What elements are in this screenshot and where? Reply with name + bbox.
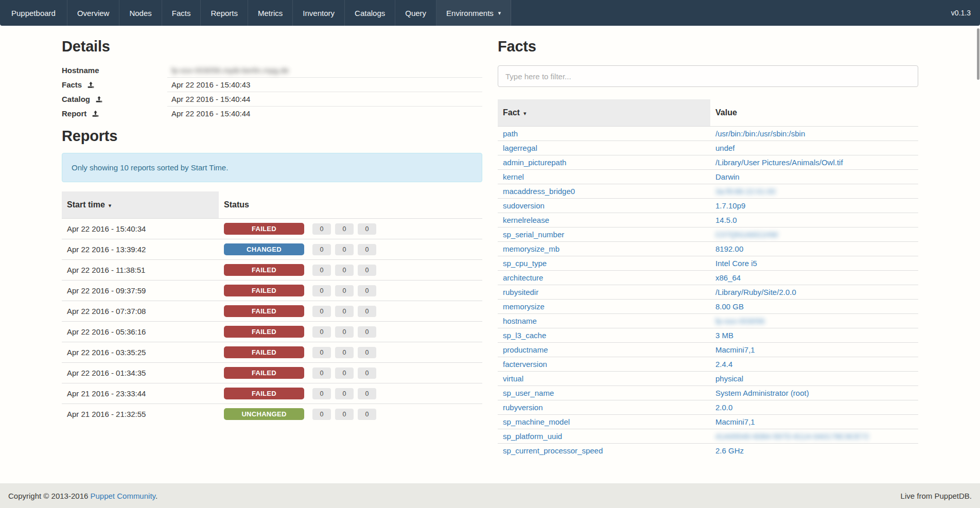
fact-name-link[interactable]: macaddress_bridge0	[503, 187, 575, 196]
fact-name-link[interactable]: sp_machine_model	[503, 417, 570, 426]
fact-name-link[interactable]: sudoversion	[503, 201, 545, 210]
fact-name-link[interactable]: sp_serial_number	[503, 230, 564, 239]
fact-name-link[interactable]: sp_cpu_type	[503, 259, 547, 268]
sort-caret-icon: ▾	[523, 110, 527, 116]
fact-row: sudoversion 1.7.10p9	[498, 199, 918, 213]
detail-row: Hostname fp-osx-003056.mpib-berlin.	[62, 63, 482, 77]
count-badge: 0	[312, 409, 331, 420]
navbar-item[interactable]: Reports	[201, 0, 248, 26]
puppetdb-status-text: Live from PuppetDB.	[901, 492, 972, 500]
fact-value-link[interactable]: /usr/bin:/bin:/usr/sbin:/sbin	[715, 129, 805, 138]
detail-label: Report	[62, 109, 86, 118]
report-row: Apr 21 2016 - 23:33:44 FAILED 000	[62, 383, 482, 404]
facts-sort-header-fact[interactable]: Fact▾	[498, 99, 710, 127]
fact-value-link[interactable]: Intel Core i5	[715, 259, 757, 268]
fact-name-link[interactable]: architecture	[503, 273, 543, 282]
fact-value-link[interactable]: 8192.00	[715, 244, 743, 253]
count-badge: 0	[358, 388, 376, 399]
fact-row: macaddress_bridge0 3a:f9:86:22:01:00	[498, 184, 918, 199]
fact-value-link[interactable]: Darwin	[715, 172, 740, 181]
fact-row: sp_current_processor_speed 2.6 GHz	[498, 444, 918, 458]
report-start-time: Apr 21 2016 - 21:32:55	[62, 404, 219, 425]
left-column: Details Hostname	[62, 31, 482, 458]
fact-name-link[interactable]: sp_current_processor_speed	[503, 446, 603, 455]
fact-value-link[interactable]: /Library/Ruby/Site/2.0.0	[715, 288, 796, 296]
upload-icon	[87, 81, 95, 89]
fact-name-link[interactable]: kernelrelease	[503, 216, 549, 224]
fact-name-link[interactable]: memorysize	[503, 302, 545, 311]
fact-name-link[interactable]: facterversion	[503, 360, 547, 369]
reports-sort-header-start-time[interactable]: Start time▾	[62, 191, 219, 219]
fact-name-link[interactable]: sp_user_name	[503, 389, 554, 397]
fact-name-link[interactable]: productname	[503, 345, 548, 354]
report-start-time: Apr 22 2016 - 01:34:35	[62, 363, 219, 383]
fact-value-link[interactable]: 1.7.10p9	[715, 201, 745, 210]
fact-value-link[interactable]: fp-osx-003056	[715, 317, 765, 325]
fact-value-link[interactable]: x86_64	[715, 273, 741, 282]
detail-row: Facts Apr 22 2016 - 15:40:43	[62, 77, 482, 92]
navbar-items: Puppetboard Overview Nodes Facts Reports…	[0, 0, 511, 26]
count-badge: 0	[358, 326, 376, 338]
version-label: v0.1.3	[942, 0, 980, 26]
chevron-down-icon: ▾	[498, 10, 501, 16]
fact-name-link[interactable]: virtual	[503, 374, 523, 383]
navbar-item[interactable]: Inventory	[293, 0, 345, 26]
facts-filter-input[interactable]	[498, 65, 918, 87]
fact-value-link[interactable]: 3 MB	[715, 331, 733, 340]
details-table: Hostname fp-osx-003056.mpib-berlin.	[62, 63, 482, 120]
fact-name-link[interactable]: kernel	[503, 172, 524, 181]
report-row: Apr 22 2016 - 15:40:34 FAILED 000	[62, 219, 482, 239]
fact-name-link[interactable]: memorysize_mb	[503, 244, 559, 253]
fact-value-link[interactable]: 2.6 GHz	[715, 446, 744, 455]
fact-name-link[interactable]: lagerregal	[503, 144, 537, 152]
fact-value-link[interactable]: 14.5.0	[715, 216, 737, 224]
navbar-item-environments[interactable]: Environments ▾	[436, 0, 511, 26]
fact-name-link[interactable]: hostname	[503, 317, 537, 325]
fact-value-link[interactable]: Macmini7,1	[715, 345, 755, 354]
detail-row: Report Apr 22 2016 - 15:40:44	[62, 106, 482, 120]
report-row: Apr 22 2016 - 13:39:42 CHANGED 000	[62, 239, 482, 260]
count-badge: 0	[335, 347, 354, 358]
navbar-item[interactable]: Nodes	[119, 0, 162, 26]
status-badge: FAILED	[224, 285, 304, 296]
fact-row: sp_platform_uuid 41A00040-6084-597D-8114…	[498, 429, 918, 444]
reports-header-status[interactable]: Status	[219, 191, 482, 219]
fact-value-link[interactable]: System Administrator (root)	[715, 389, 809, 397]
navbar-item[interactable]: Catalogs	[345, 0, 395, 26]
puppet-community-link[interactable]: Puppet Community	[91, 492, 155, 500]
navbar-brand[interactable]: Puppetboard	[0, 0, 67, 26]
fact-value-link[interactable]: physical	[715, 374, 743, 383]
fact-value-link[interactable]: Macmini7,1	[715, 417, 755, 426]
report-row: Apr 22 2016 - 05:36:16 FAILED 000	[62, 322, 482, 342]
facts-table: Fact▾ Value path /usr/bin:/bin:/usr/sbin…	[498, 99, 918, 458]
count-badge: 0	[358, 306, 376, 317]
scrollbar-thumb[interactable]	[977, 28, 979, 80]
fact-name-link[interactable]: sp_platform_uuid	[503, 432, 562, 441]
navbar-item[interactable]: Overview	[67, 0, 120, 26]
count-badge: 0	[358, 367, 376, 379]
fact-name-link[interactable]: path	[503, 129, 518, 138]
navbar-item[interactable]: Query	[395, 0, 436, 26]
detail-label: Catalog	[62, 95, 90, 103]
fact-value-link[interactable]: 3a:f9:86:22:01:00	[715, 187, 776, 196]
fact-value-link[interactable]: /Library/User Pictures/Animals/Owl.tif	[715, 158, 843, 167]
fact-value-link[interactable]: C07QN1A6G1HW	[715, 230, 778, 239]
count-badge: 0	[335, 306, 354, 317]
fact-value-link[interactable]: 8.00 GB	[715, 302, 744, 311]
fact-name-link[interactable]: admin_picturepath	[503, 158, 566, 167]
fact-name-link[interactable]: rubyversion	[503, 403, 543, 412]
scrollbar-track[interactable]	[977, 26, 980, 483]
navbar-item[interactable]: Metrics	[248, 0, 293, 26]
facts-header-value[interactable]: Value	[710, 99, 918, 127]
count-badge: 0	[335, 367, 354, 379]
fact-row: sp_cpu_type Intel Core i5	[498, 256, 918, 271]
count-badge: 0	[312, 223, 331, 235]
navbar-item[interactable]: Facts	[162, 0, 201, 26]
fact-name-link[interactable]: sp_l3_cache	[503, 331, 546, 340]
fact-name-link[interactable]: rubysitedir	[503, 288, 538, 296]
fact-value-link[interactable]: undef	[715, 144, 735, 152]
status-badge: FAILED	[224, 305, 304, 317]
fact-value-link[interactable]: 2.0.0	[715, 403, 732, 412]
fact-value-link[interactable]: 41A00040-6084-597D-8114-0A0178C9CE72	[715, 432, 869, 441]
fact-value-link[interactable]: 2.4.4	[715, 360, 732, 369]
